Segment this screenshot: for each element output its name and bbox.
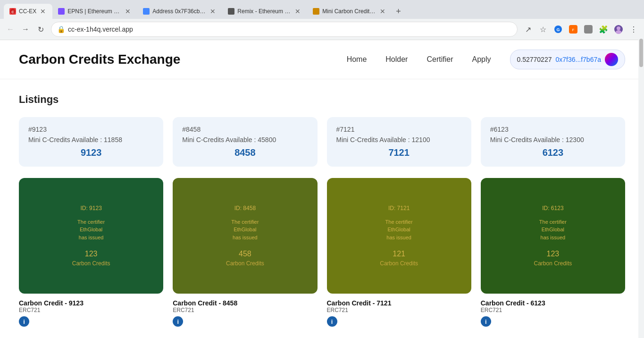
new-tab-button[interactable]: + [392, 4, 405, 19]
extensions-button[interactable]: 🧩 [597, 23, 610, 36]
card-number: 9123 [28, 147, 154, 158]
nav-apply[interactable]: Apply [472, 55, 491, 64]
info-icon-button[interactable]: i [173, 316, 183, 327]
tab-remix[interactable]: Remix - Ethereum IDE ✕ [222, 4, 307, 19]
tab-close-button[interactable]: ✕ [209, 8, 217, 15]
nft-inner: ID: 7121 The certifier EthGlobal has iss… [327, 178, 471, 294]
nft-certifier-text: The certifier EthGlobal has issued [231, 218, 259, 242]
wallet-avatar[interactable] [605, 53, 618, 66]
nft-credits-label: Carbon Credits [534, 260, 572, 267]
profile-button[interactable] [612, 23, 625, 36]
nft-certifier-text: The certifier EthGlobal has issued [77, 218, 105, 242]
reload-button[interactable]: ↻ [34, 23, 47, 36]
listings-title: Listings [19, 93, 625, 106]
nft-card-8458[interactable]: ID: 8458 The certifier EthGlobal has iss… [173, 178, 317, 294]
bookmark-button[interactable]: ☆ [536, 23, 550, 36]
app-title: Carbon Credits Exchange [19, 52, 347, 67]
tab-cc-ex[interactable]: C CC-EX ✕ [4, 4, 52, 19]
tab-close-button[interactable]: ✕ [39, 8, 47, 15]
scrollbar[interactable] [638, 38, 644, 338]
nft-card-sublabel: ERC721 [19, 307, 163, 313]
card-id: #7121 [336, 126, 462, 133]
tab-mini-carbon[interactable]: Mini Carbon Credit - Uniden... ✕ [307, 4, 392, 19]
nft-card-label: Carbon Credit - 8458 [173, 299, 317, 307]
nft-labels-grid: Carbon Credit - 9123 ERC721 Carbon Credi… [19, 299, 625, 313]
card-id: #6123 [490, 126, 616, 133]
wallet-balance: 0.52770227 [517, 56, 552, 63]
tab-favicon [313, 8, 319, 15]
nft-amount: 123 [85, 250, 98, 258]
listing-card-7121[interactable]: #7121 Mini C-Credits Available : 12100 7… [327, 117, 471, 167]
nft-label-item: Carbon Credit - 9123 ERC721 [19, 299, 163, 313]
nav-certifier[interactable]: Certifier [427, 55, 453, 64]
main-content: Listings #9123 Mini C-Credits Available … [0, 79, 644, 338]
nft-inner: ID: 6123 The certifier EthGlobal has iss… [481, 178, 625, 294]
listing-card-8458[interactable]: #8458 Mini C-Credits Available : 45800 8… [173, 117, 317, 167]
listing-cards-grid: #9123 Mini C-Credits Available : 11858 9… [19, 117, 625, 167]
card-credits-line: Mini C-Credits Available : 11858 [28, 136, 154, 144]
nft-label-item: Carbon Credit - 8458 ERC721 [173, 299, 317, 313]
svg-point-8 [617, 26, 620, 30]
tab-label: Address 0x7F36cba7Da4F79... [152, 8, 206, 15]
nft-certifier-text: The certifier EthGlobal has issued [385, 218, 413, 242]
info-icon-container: i [327, 316, 471, 327]
forward-button[interactable]: → [19, 23, 32, 36]
tab-close-button[interactable]: ✕ [124, 8, 132, 15]
extension-button-1[interactable]: G [552, 23, 565, 36]
tab-close-button[interactable]: ✕ [294, 8, 301, 15]
nft-credits-label: Carbon Credits [72, 260, 110, 267]
nft-amount: 458 [239, 250, 251, 258]
menu-button[interactable]: ⋮ [627, 23, 640, 36]
svg-text:F: F [572, 28, 575, 32]
scrollbar-thumb[interactable] [639, 39, 643, 67]
info-icon-button[interactable]: i [19, 316, 29, 327]
extension-button-3[interactable] [582, 23, 595, 36]
nft-inner: ID: 8458 The certifier EthGlobal has iss… [173, 178, 317, 294]
nft-card-label: Carbon Credit - 6123 [481, 299, 625, 307]
info-icon-container: i [481, 316, 625, 327]
card-id: #9123 [28, 126, 154, 133]
nft-id: ID: 9123 [80, 205, 101, 211]
address-bar-row: ← → ↻ 🔒 cc-ex-1h4q.vercel.app ↗ ☆ G F 🧩 [0, 19, 644, 40]
nft-amount: 123 [547, 250, 560, 258]
share-button[interactable]: ↗ [521, 23, 535, 36]
nft-id: ID: 6123 [542, 205, 563, 211]
listing-card-9123[interactable]: #9123 Mini C-Credits Available : 11858 9… [19, 117, 163, 167]
nft-id: ID: 7121 [388, 205, 410, 211]
nft-card-7121[interactable]: ID: 7121 The certifier EthGlobal has iss… [327, 178, 471, 294]
wallet-address: 0x7f36...f7b67a [555, 56, 601, 63]
lock-icon: 🔒 [57, 25, 65, 33]
nft-id: ID: 8458 [234, 205, 256, 211]
tab-label: EPNS | Ethereum Push Notifi... [67, 8, 121, 15]
nft-card-6123[interactable]: ID: 6123 The certifier EthGlobal has iss… [481, 178, 625, 294]
nav-buttons: ← → ↻ [4, 23, 47, 36]
info-icon-button[interactable]: i [327, 316, 337, 327]
card-number: 6123 [490, 147, 616, 158]
tab-favicon [228, 8, 234, 15]
svg-text:C: C [11, 10, 14, 14]
browser-chrome: C CC-EX ✕ EPNS | Ethereum Push Notifi...… [0, 0, 644, 40]
nft-card-sublabel: ERC721 [173, 307, 317, 313]
tab-address[interactable]: Address 0x7F36cba7Da4F79... ✕ [137, 4, 222, 19]
tab-bar: C CC-EX ✕ EPNS | Ethereum Push Notifi...… [0, 0, 644, 19]
address-bar[interactable]: 🔒 cc-ex-1h4q.vercel.app [51, 22, 518, 37]
info-icons-grid: i i i i [19, 316, 625, 327]
nft-amount: 121 [393, 250, 405, 258]
extension-button-2[interactable]: F [567, 23, 580, 36]
tab-close-button[interactable]: ✕ [379, 8, 386, 15]
nft-label-item: Carbon Credit - 7121 ERC721 [327, 299, 471, 313]
nft-label-item: Carbon Credit - 6123 ERC721 [481, 299, 625, 313]
nft-card-label: Carbon Credit - 9123 [19, 299, 163, 307]
back-button[interactable]: ← [4, 23, 17, 36]
card-credits-line: Mini C-Credits Available : 12300 [490, 136, 616, 144]
nft-card-9123[interactable]: ID: 9123 The certifier EthGlobal has iss… [19, 178, 163, 294]
tab-favicon [58, 8, 65, 15]
listing-card-6123[interactable]: #6123 Mini C-Credits Available : 12300 6… [481, 117, 625, 167]
nav-home[interactable]: Home [347, 55, 367, 64]
svg-rect-6 [584, 25, 593, 34]
info-icon-button[interactable]: i [481, 316, 491, 327]
nav-holder[interactable]: Holder [385, 55, 408, 64]
nft-card-sublabel: ERC721 [481, 307, 625, 313]
tab-epns[interactable]: EPNS | Ethereum Push Notifi... ✕ [52, 4, 137, 19]
app-nav: Carbon Credits Exchange Home Holder Cert… [0, 40, 644, 79]
